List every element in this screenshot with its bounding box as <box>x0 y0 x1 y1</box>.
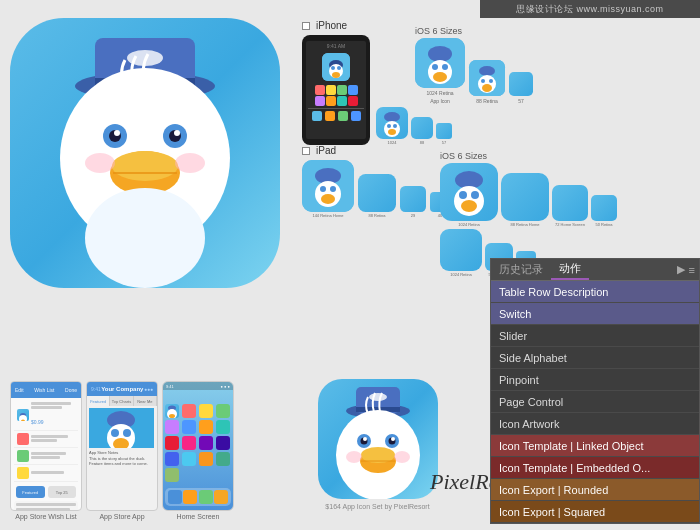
appstore-header: 9:41 Your Company ●●● <box>87 382 157 396</box>
panel-item-icon-artwork[interactable]: Icon Artwork <box>491 413 699 435</box>
svg-point-25 <box>384 112 400 122</box>
watermark-text: 思缘设计论坛 www.missyuan.com <box>516 3 663 16</box>
tab-action[interactable]: 动作 <box>551 259 589 280</box>
appstore-label: App Store App <box>99 513 144 520</box>
svg-point-37 <box>479 66 495 76</box>
as-featured-duck <box>89 408 154 448</box>
panel-play-icon[interactable]: ▶ <box>677 263 685 276</box>
panel-item-template-embedded[interactable]: Icon Template | Embedded O... <box>491 457 699 479</box>
panel-item-pinpoint[interactable]: Pinpoint <box>491 369 699 391</box>
ios-sizes-grid: 1024 Retina App Icon 88 Retina 57 <box>415 38 635 104</box>
appstore-mockup: 9:41 Your Company ●●● Featured Top Chart… <box>86 381 158 511</box>
ipad-icons-row: 144 Retina Home 88 Retina 29 40 <box>302 160 432 218</box>
wl-store-notes <box>14 501 78 511</box>
homescreen-mockup: 9:41 ● ● ● <box>162 381 234 511</box>
wl-item-3 <box>14 448 78 465</box>
svg-point-12 <box>174 130 180 136</box>
ios-size-57: 57 <box>509 72 533 104</box>
phone-mockup: 9:41 AM <box>302 35 370 145</box>
ipad-checkbox[interactable] <box>302 147 310 155</box>
iphone-checkbox[interactable] <box>302 22 310 30</box>
ios6-right-label: iOS 6 Sizes <box>440 151 487 161</box>
panel-item-table-row[interactable]: Table Row Description <box>491 281 699 303</box>
wl-item-2 <box>14 431 78 448</box>
tab-history[interactable]: 历史记录 <box>491 259 551 280</box>
large-duck-icon <box>10 18 280 288</box>
wl-buttons: Featured Top 25 <box>14 486 78 498</box>
large-duck-svg <box>10 18 280 288</box>
ios6-top-row: 1024 Retina 88 Retina Home 72 Home Scree… <box>440 163 680 227</box>
svg-point-22 <box>332 72 340 78</box>
wishlist-header: Edit Wish List Done <box>11 382 81 398</box>
panel-item-export-squared[interactable]: Icon Export | Squared <box>491 501 699 523</box>
svg-point-51 <box>459 191 467 199</box>
ios-size-88: 88 Retina <box>469 60 505 104</box>
panel-item-slider[interactable]: Slider <box>491 325 699 347</box>
home-status-bar: 9:41 ● ● ● <box>163 382 233 390</box>
svg-point-35 <box>442 64 448 70</box>
svg-point-41 <box>489 79 493 83</box>
svg-point-24 <box>337 66 341 70</box>
panel-item-export-rounded[interactable]: Icon Export | Rounded <box>491 479 699 501</box>
wishlist-label: App Store Wish List <box>15 513 76 520</box>
ios-sizes-label: iOS 6 Sizes <box>415 26 462 36</box>
home-icons-grid <box>163 400 233 486</box>
ipad-label: iPad <box>302 145 432 156</box>
svg-point-60 <box>111 429 119 437</box>
wishlist-screenshot: Edit Wish List Done $0.99 <box>10 381 82 520</box>
svg-point-28 <box>387 124 391 128</box>
phone-app-grid <box>315 85 358 106</box>
svg-point-40 <box>481 79 485 83</box>
svg-point-45 <box>321 194 335 204</box>
svg-point-18 <box>85 188 205 288</box>
ios-size-1024: 1024 Retina App Icon <box>415 38 465 104</box>
svg-point-23 <box>331 66 335 70</box>
right-panel: 历史记录 动作 ▶ ≡ Table Row Description Switch… <box>490 258 700 524</box>
homescreen-label: Home Screen <box>177 513 220 520</box>
svg-point-82 <box>394 451 410 463</box>
iphone-size-icons: 1024 88 57 <box>376 107 452 145</box>
phone-inner: 9:41 AM <box>306 41 366 139</box>
svg-point-64 <box>169 414 175 418</box>
svg-point-46 <box>320 186 326 192</box>
phone-duck-icon <box>322 53 350 81</box>
homescreen-screenshot: 9:41 ● ● ● <box>162 381 234 520</box>
ios-sizes-section: iOS 6 Sizes 1024 Retina App Icon <box>415 20 635 104</box>
wl-item-1: $0.99 <box>14 400 78 431</box>
appstore-content: App Store Notes This is the story about … <box>87 406 157 469</box>
svg-point-77 <box>391 437 395 441</box>
watermark-bar: 思缘设计论坛 www.missyuan.com <box>480 0 700 18</box>
iphone-label-text: iPhone <box>316 20 347 31</box>
panel-menu-icon[interactable]: ≡ <box>689 264 695 276</box>
wishlist-mockup: Edit Wish List Done $0.99 <box>10 381 82 511</box>
appstore-screenshot: 9:41 Your Company ●●● Featured Top Chart… <box>86 381 158 520</box>
appstore-tabs: Featured Top Charts Near Me <box>87 396 157 406</box>
svg-point-50 <box>461 200 477 212</box>
ipad-icon-88: 88 Retina <box>358 174 396 218</box>
panel-item-page-control[interactable]: Page Control <box>491 391 699 413</box>
svg-point-14 <box>112 151 178 181</box>
svg-point-81 <box>346 451 362 463</box>
panel-item-template-linked[interactable]: Icon Template | Linked Object <box>491 435 699 457</box>
as-description: App Store Notes This is the story about … <box>89 450 155 467</box>
phone-dock <box>312 111 361 121</box>
panel-header: 历史记录 动作 ▶ ≡ <box>491 259 699 281</box>
wl-item-4 <box>14 465 78 482</box>
home-dock <box>165 488 231 506</box>
ipad-section: iPad 144 Retina Home 88 Retina 29 <box>302 145 432 218</box>
svg-point-27 <box>388 129 396 135</box>
svg-point-11 <box>114 130 120 136</box>
svg-point-31 <box>428 46 452 62</box>
panel-list: Table Row Description Switch Slider Side… <box>491 281 699 523</box>
svg-point-61 <box>123 429 131 437</box>
panel-header-icons: ▶ ≡ <box>677 263 699 276</box>
panel-item-switch[interactable]: Switch <box>491 303 699 325</box>
medium-duck-icon <box>318 379 438 499</box>
svg-point-52 <box>471 191 479 199</box>
screenshots-section: Edit Wish List Done $0.99 <box>10 381 234 520</box>
medium-duck-label: $164 App Icon Set by PixelResort <box>325 503 429 510</box>
ipad-icon-144: 144 Retina Home <box>302 160 354 218</box>
svg-point-68 <box>369 393 387 401</box>
panel-item-side-alphabet[interactable]: Side Alphabet <box>491 347 699 369</box>
ipad-label-text: iPad <box>316 145 336 156</box>
